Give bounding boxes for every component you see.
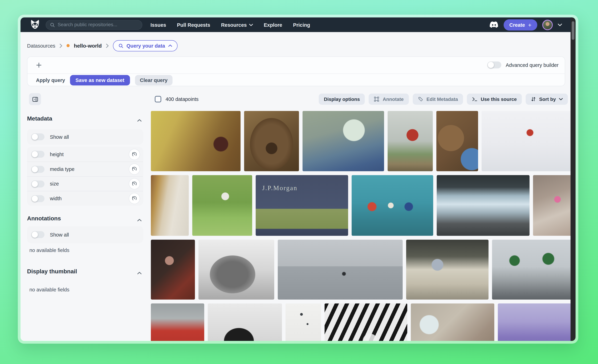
image-sandwich-bw[interactable] [199,240,274,299]
nav-issues[interactable]: Issues [150,22,166,28]
apply-query-button[interactable]: Apply query [36,77,65,83]
field-label: width [50,195,62,201]
breadcrumb: Datasources hello-world Query your data [27,40,177,51]
size-history-button[interactable] [129,178,140,189]
size-toggle[interactable] [31,180,44,187]
search-input[interactable]: Search public repositories... [46,20,142,30]
add-query-row-button[interactable] [36,62,42,69]
chevron-right-icon [60,43,62,48]
chevron-down-icon[interactable] [558,24,562,26]
nav-pricing[interactable]: Pricing [293,22,310,28]
terminal-icon [472,96,478,102]
image-kids-group-court[interactable] [352,175,433,236]
annotate-icon [374,96,380,102]
chevron-up-icon[interactable] [137,269,141,275]
image-bear-face[interactable] [244,111,299,171]
annotate-button[interactable]: Annotate [369,94,409,105]
metadata-show-all-card: Show all [27,129,143,145]
image-kitchen[interactable] [151,175,189,236]
grid-row [151,303,574,341]
topbar-right: Create+ [489,19,562,30]
image-tennis-court[interactable]: J.P.Morgan [256,175,348,236]
display-options-button[interactable]: Display options [319,94,365,105]
save-as-new-dataset-button[interactable]: Save as new dataset [70,75,130,85]
scrollbar[interactable] [571,17,576,341]
discord-icon[interactable] [489,21,498,28]
query-your-data-button[interactable]: Query your data [113,40,177,51]
plus-icon: + [528,22,532,28]
image-river-under-bridge[interactable] [437,175,530,236]
metadata-show-all-toggle[interactable] [31,133,44,140]
repo-status-dot [66,44,70,47]
nav-explore[interactable]: Explore [264,22,282,28]
media-type-history-button[interactable] [129,163,140,175]
metadata-section-title: Metadata [27,115,143,122]
nav-resources[interactable]: Resources [221,22,253,28]
select-all-checkbox[interactable] [155,96,161,103]
chevron-up-icon[interactable] [137,116,141,123]
image-woman-with-phone[interactable] [533,175,573,236]
chevron-down-icon [249,24,253,26]
image-purple-bus[interactable] [498,303,573,341]
edit-metadata-button[interactable]: Edit Metadata [413,94,463,105]
image-child-toy-car[interactable] [151,240,195,299]
chevron-up-icon[interactable] [137,216,141,223]
scrollbar-thumb[interactable] [572,21,574,40]
image-stop-sign-street[interactable] [388,111,433,171]
field-label: height [50,151,64,157]
chevron-right-icon [106,43,109,48]
image-living-room[interactable] [151,111,241,171]
image-red-double-decker-bus[interactable] [151,303,204,341]
sort-arrows-icon [531,96,536,102]
image-freeway-signs[interactable] [492,240,573,299]
search-icon [118,43,123,48]
width-history-button[interactable] [129,193,140,204]
image-cat-in-window-bw[interactable] [208,303,282,341]
collapse-sidebar-button[interactable] [29,93,41,105]
width-toggle[interactable] [31,195,44,202]
metadata-field-width: width [27,191,143,206]
history-icon [132,166,137,172]
display-thumbnail-section-title: Display thumbnail [27,268,143,275]
annotations-show-all-label: Show all [50,232,69,237]
image-skier-snow[interactable] [482,111,573,171]
metadata-field-media-type: media type [27,162,143,176]
nav-pull-requests[interactable]: Pull Requests [177,22,210,28]
image-bedroom-window[interactable] [303,111,384,171]
chevron-up-icon [168,44,172,47]
annotations-section-title: Annotations [27,215,143,222]
advanced-query-label: Advanced query builder [506,62,558,68]
datapoint-grid: J.P.Morgan [151,111,574,341]
breadcrumb-datasources[interactable]: Datasources [27,43,55,49]
avatar[interactable] [542,19,553,30]
create-button[interactable]: Create+ [503,19,537,30]
history-icon [132,151,137,157]
page-content: Datasources hello-world Query your data [20,32,576,341]
breadcrumb-repo[interactable]: hello-world [74,43,102,49]
tag-icon [418,96,423,102]
sort-by-button[interactable]: Sort by [526,94,568,105]
height-toggle[interactable] [31,151,44,158]
use-this-source-button[interactable]: Use this source [467,94,522,105]
top-navigation-bar: Search public repositories... IssuesPull… [20,17,576,32]
history-icon [132,195,137,201]
image-baseball-players[interactable] [192,175,252,236]
advanced-query-toggle[interactable] [488,62,501,68]
media-type-toggle[interactable] [31,166,44,173]
query-builder-panel: Advanced query builder Apply query Save … [27,57,565,86]
annotations-show-all-toggle[interactable] [31,231,44,238]
height-history-button[interactable] [129,149,140,160]
image-teddy-bears[interactable] [436,111,478,171]
image-paddleboarder-bw[interactable] [278,240,403,299]
search-placeholder: Search public repositories... [58,22,117,27]
grid-row [151,240,574,299]
metadata-fields-card: heightmedia typesizewidth [27,147,143,206]
oxen-logo[interactable] [29,19,41,30]
image-zebras[interactable] [324,303,407,341]
clear-query-button[interactable]: Clear query [135,75,173,85]
image-bridge-with-planes[interactable] [286,303,321,341]
image-desktop-computer[interactable] [406,240,489,299]
metadata-show-all-label: Show all [50,134,69,140]
panel-collapse-icon [32,96,38,103]
image-stone-bedroom[interactable] [411,303,494,341]
